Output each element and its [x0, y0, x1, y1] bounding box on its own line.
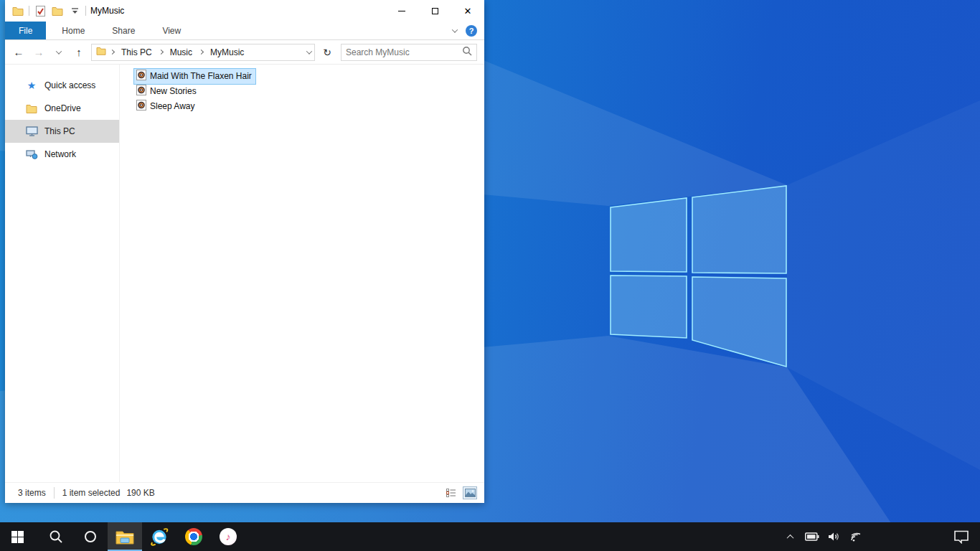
file-item[interactable]: Maid With The Flaxen Hair: [133, 69, 484, 84]
new-folder-icon[interactable]: [51, 4, 64, 17]
search-icon: [49, 529, 63, 544]
close-icon: ✕: [464, 6, 472, 17]
tab-view[interactable]: View: [151, 22, 192, 39]
status-bar: 3 items 1 item selected 190 KB: [5, 482, 484, 503]
address-bar-row: ← → ↑ This PC Music MyMusic ↻: [5, 40, 484, 65]
sidebar-item-onedrive[interactable]: OneDrive: [5, 97, 119, 120]
large-icons-view-button[interactable]: [463, 486, 477, 499]
action-center-button[interactable]: [953, 522, 970, 551]
taskbar-internet-explorer-button[interactable]: [142, 522, 176, 551]
music-note-glyph: ♪: [226, 531, 231, 542]
navigation-pane: ★ Quick access OneDrive This PC Network: [5, 65, 120, 482]
file-explorer-icon: [116, 529, 134, 545]
speaker-icon: [828, 532, 841, 542]
ribbon-right-controls: ?: [453, 22, 484, 39]
refresh-button[interactable]: ↻: [319, 44, 335, 61]
network-tray-button[interactable]: [848, 522, 865, 551]
itunes-icon: ♪: [220, 528, 237, 545]
search-icon[interactable]: [462, 46, 472, 58]
breadcrumb-this-pc[interactable]: This PC: [118, 47, 155, 57]
tab-home[interactable]: Home: [50, 22, 96, 39]
recent-locations-chevron-icon[interactable]: [51, 44, 67, 60]
breadcrumb-separator-icon: [199, 50, 204, 55]
wifi-icon: [850, 532, 863, 542]
breadcrumb-separator-icon: [159, 50, 164, 55]
address-bar[interactable]: This PC Music MyMusic: [91, 44, 315, 61]
taskbar-chrome-button[interactable]: [176, 522, 211, 551]
selection-count: 1 item selected: [62, 488, 121, 498]
sidebar-item-label: OneDrive: [44, 103, 81, 113]
sidebar-item-label: Quick access: [44, 80, 95, 90]
chevron-up-icon: [786, 534, 793, 541]
expand-ribbon-chevron-icon[interactable]: [452, 27, 458, 32]
quick-access-toolbar: [5, 4, 86, 17]
window-title: MyMusic: [90, 6, 124, 16]
file-item[interactable]: Sleep Away: [133, 99, 484, 114]
window-caption-buttons: ✕: [385, 0, 484, 22]
view-switcher: [444, 486, 477, 499]
title-bar: MyMusic ✕: [5, 0, 484, 22]
taskbar: ♪: [0, 522, 980, 551]
onedrive-icon: [25, 104, 38, 113]
sidebar-item-label: Network: [44, 149, 76, 159]
customize-quick-access-toolbar-icon[interactable]: [68, 4, 81, 17]
search-box: [341, 44, 477, 61]
up-button[interactable]: ↑: [71, 44, 87, 60]
maximize-button[interactable]: [418, 0, 451, 22]
quick-access-star-icon: ★: [25, 80, 38, 90]
action-center-icon: [953, 530, 969, 544]
ribbon-tab-bar: File Home Share View ?: [5, 22, 484, 40]
windows-start-icon: [11, 531, 24, 543]
address-dropdown-chevron-icon[interactable]: [306, 48, 312, 54]
tab-file[interactable]: File: [5, 22, 46, 39]
show-hidden-icons-button[interactable]: [781, 522, 798, 551]
music-file-icon: [136, 100, 146, 113]
network-icon: [25, 149, 38, 159]
explorer-window-icon: [11, 4, 24, 17]
help-icon[interactable]: ?: [466, 25, 477, 37]
music-file-icon: [136, 70, 146, 83]
file-name: Sleep Away: [150, 101, 195, 111]
close-button[interactable]: ✕: [451, 0, 484, 22]
file-explorer-window: MyMusic ✕ File Home Share View ? ← → ↑ T…: [5, 0, 484, 503]
search-input[interactable]: [346, 47, 462, 57]
file-name: New Stories: [150, 86, 197, 96]
minimize-button[interactable]: [385, 0, 418, 22]
cortana-button[interactable]: [73, 522, 108, 551]
minimize-icon: [398, 11, 405, 11]
system-tray: [781, 522, 980, 551]
sidebar-item-label: This PC: [44, 126, 75, 136]
chrome-icon: [185, 528, 202, 545]
tab-share[interactable]: Share: [100, 22, 146, 39]
maximize-icon: [432, 8, 438, 14]
file-list: Maid With The Flaxen Hair New Stories Sl…: [120, 65, 484, 482]
internet-explorer-icon: [150, 527, 169, 546]
address-folder-icon: [96, 47, 106, 57]
breadcrumb-separator-icon: [110, 50, 115, 55]
start-button[interactable]: [0, 522, 34, 551]
volume-tray-button[interactable]: [826, 522, 843, 551]
file-name: Maid With The Flaxen Hair: [150, 71, 252, 81]
forward-button[interactable]: →: [31, 44, 47, 60]
explorer-body: ★ Quick access OneDrive This PC Network: [5, 65, 484, 482]
breadcrumb-mymusic[interactable]: MyMusic: [207, 47, 247, 57]
taskbar-itunes-button[interactable]: ♪: [211, 522, 245, 551]
properties-icon[interactable]: [34, 4, 47, 17]
taskbar-search-button[interactable]: [39, 522, 73, 551]
back-button[interactable]: ←: [11, 44, 27, 60]
qat-separator: [85, 6, 86, 16]
battery-tray-button[interactable]: [804, 522, 821, 551]
details-view-button[interactable]: [444, 486, 458, 499]
cortana-circle-icon: [84, 530, 97, 543]
sidebar-item-network[interactable]: Network: [5, 143, 119, 166]
item-count: 3 items: [18, 488, 46, 498]
music-file-icon: [136, 85, 146, 98]
file-item[interactable]: New Stories: [133, 84, 484, 99]
battery-icon: [805, 532, 819, 541]
sidebar-item-this-pc[interactable]: This PC: [5, 120, 119, 143]
qat-separator: [29, 6, 29, 16]
taskbar-file-explorer-button[interactable]: [108, 522, 142, 551]
selection-size: 190 KB: [126, 488, 154, 498]
breadcrumb-music[interactable]: Music: [167, 47, 195, 57]
sidebar-item-quick-access[interactable]: ★ Quick access: [5, 74, 119, 97]
